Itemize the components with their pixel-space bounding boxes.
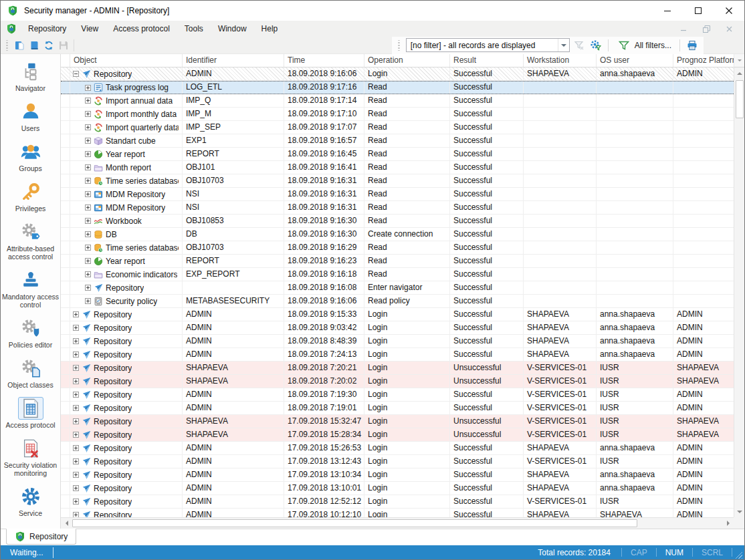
resize-grip[interactable] [734, 550, 742, 559]
expand-button[interactable] [85, 218, 91, 224]
expand-button[interactable] [85, 298, 91, 304]
refresh-icon[interactable] [41, 38, 56, 53]
expand-button[interactable] [73, 472, 79, 478]
table-row[interactable]: Repository18.09.2018 9:16:08Enter naviga… [61, 281, 734, 295]
expand-button[interactable] [85, 124, 91, 130]
vertical-scrollbar[interactable] [734, 67, 745, 517]
table-row[interactable]: MDM RepositoryNSI18.09.2018 9:16:31ReadS… [61, 188, 734, 201]
column-header-time[interactable]: Time [284, 54, 364, 67]
menu-repository[interactable]: Repository [21, 21, 74, 37]
expand-button[interactable] [85, 204, 91, 211]
maximize-button[interactable] [683, 1, 714, 21]
vertical-scroll-thumb[interactable] [736, 80, 744, 118]
table-row[interactable]: Year reportREPORT18.09.2018 9:16:45ReadS… [61, 148, 734, 161]
expand-button[interactable] [85, 285, 91, 291]
expand-button[interactable] [85, 111, 91, 117]
table-row[interactable]: Task progress logLOG_ETL18.09.2018 9:17:… [61, 81, 734, 94]
expand-button[interactable] [73, 405, 79, 411]
expand-button[interactable] [85, 271, 91, 277]
table-row[interactable]: Month reportOBJ10118.09.2018 9:16:41Read… [61, 161, 734, 174]
table-row[interactable]: RepositoryADMIN17.09.2018 13:10:34LoginS… [61, 468, 734, 482]
sidebar-item-privileges[interactable]: Privileges [1, 179, 60, 214]
column-header-operation[interactable]: Operation [364, 54, 450, 67]
table-row[interactable]: Standart cubeEXP118.09.2018 9:16:57ReadS… [61, 134, 734, 148]
expand-button[interactable] [85, 231, 91, 237]
mdi-minimize-button[interactable] [679, 24, 688, 33]
expand-button[interactable] [73, 512, 79, 517]
table-row[interactable]: Security policyMETABASESECURITY18.09.201… [61, 295, 734, 308]
table-row[interactable]: RepositorySHAPAEVA18.09.2018 7:20:21Logi… [61, 362, 734, 375]
sidebar-item-service[interactable]: Service [1, 484, 60, 519]
menu-view[interactable]: View [74, 21, 106, 37]
table-row[interactable]: RepositorySHAPAEVA17.09.2018 15:28:34Log… [61, 428, 734, 442]
table-row[interactable]: Import annual dataIMP_Q18.09.2018 9:17:1… [61, 94, 734, 108]
table-row[interactable]: Year reportREPORT18.09.2018 9:16:23ReadS… [61, 255, 734, 268]
expand-button[interactable] [73, 392, 79, 398]
expand-button[interactable] [73, 485, 79, 491]
sidebar-item-navigator[interactable]: Navigator [1, 59, 60, 94]
mdi-restore-button[interactable] [702, 24, 711, 33]
column-header-os-user[interactable]: OS user [597, 54, 673, 67]
close-button[interactable] [714, 1, 744, 21]
table-row[interactable]: RepositoryADMIN18.09.2018 7:24:13LoginSu… [61, 348, 734, 362]
table-row[interactable]: RepositoryADMIN17.09.2018 15:26:53LoginS… [61, 442, 734, 455]
expand-button[interactable] [73, 458, 79, 464]
toolbar-grip[interactable] [5, 40, 9, 51]
column-header-workstation[interactable]: Workstation [524, 54, 597, 67]
column-header-object[interactable]: Object [70, 54, 183, 67]
expand-button[interactable] [85, 245, 91, 251]
expand-button[interactable] [73, 378, 79, 384]
expand-button[interactable] [85, 151, 91, 157]
table-row[interactable]: Economic indicatorsEXP_REPORT18.09.2018 … [61, 268, 734, 281]
expand-button[interactable] [85, 178, 91, 184]
table-row[interactable]: MDM RepositoryNSI18.09.2018 9:16:31ReadS… [61, 201, 734, 215]
sidebar-item-access-protocol[interactable]: Access protocol [1, 396, 60, 430]
table-row[interactable]: Import quarterly dataIMP_SEP18.09.2018 9… [61, 121, 734, 134]
filter-combobox[interactable]: [no filter] - all records are displayed [406, 38, 570, 52]
column-header-identifier[interactable]: Identifier [183, 54, 284, 67]
table-row[interactable]: Time series databaseOBJ1070318.09.2018 9… [61, 174, 734, 188]
table-row[interactable]: RepositoryADMIN17.09.2018 13:12:43LoginS… [61, 455, 734, 468]
table-row[interactable]: RepositoryADMIN18.09.2018 9:03:42LoginSu… [61, 321, 734, 335]
column-options-button[interactable] [734, 54, 745, 67]
table-row[interactable]: RepositoryADMIN18.09.2018 7:19:01LoginSu… [61, 402, 734, 415]
chevron-down-icon[interactable] [558, 39, 569, 51]
horizontal-scrollbar[interactable] [61, 517, 734, 529]
scroll-left-icon[interactable] [61, 518, 72, 529]
menu-help[interactable]: Help [254, 21, 286, 37]
sidebar-item-policies-editor[interactable]: Policies editor [1, 315, 60, 350]
sidebar-item-users[interactable]: Users [1, 99, 60, 134]
table-row[interactable]: Import monthly dataIMP_M18.09.2018 9:17:… [61, 108, 734, 121]
minimize-button[interactable] [652, 1, 683, 21]
expand-button[interactable] [73, 311, 79, 317]
expand-button[interactable] [85, 98, 91, 104]
scroll-up-icon[interactable] [734, 67, 745, 79]
table-row[interactable]: RepositoryADMIN17.09.2018 13:10:01LoginS… [61, 482, 734, 495]
column-header-result[interactable]: Result [450, 54, 524, 67]
menu-window[interactable]: Window [211, 21, 254, 37]
book-icon[interactable] [27, 38, 41, 53]
expand-button[interactable] [85, 258, 91, 264]
table-row[interactable]: RepositoryADMIN17.09.2018 10:12:10LoginS… [61, 509, 734, 517]
sidebar-item-object-classes[interactable]: Object classes [1, 356, 60, 390]
table-row[interactable]: Time series databaseOBJ1070318.09.2018 9… [61, 241, 734, 255]
scroll-down-icon[interactable] [734, 506, 745, 517]
sidebar-item-groups[interactable]: Groups [1, 139, 60, 174]
expand-button[interactable] [85, 138, 91, 144]
expand-button[interactable] [85, 85, 91, 91]
horizontal-scroll-thumb[interactable] [72, 519, 637, 527]
table-row[interactable]: RepositoryADMIN18.09.2018 7:19:30LoginSu… [61, 388, 734, 402]
menu-access-protocol[interactable]: Access protocol [106, 21, 177, 37]
menu-tools[interactable]: Tools [177, 21, 211, 37]
sidebar-item-security-violation-monitoring[interactable]: Security violation monitoring [1, 436, 60, 478]
table-row[interactable]: RepositorySHAPAEVA18.09.2018 7:20:02Logi… [61, 375, 734, 388]
expand-button[interactable] [85, 164, 91, 170]
expand-button[interactable] [73, 418, 79, 424]
expand-button[interactable] [73, 352, 79, 358]
sidebar-item-mandatory-access-control[interactable]: Mandatory access control [1, 267, 60, 310]
copy-document-icon[interactable] [12, 38, 27, 53]
table-row[interactable]: DBDB18.09.2018 9:16:30Create connectionS… [61, 228, 734, 241]
print-icon[interactable] [685, 38, 700, 53]
scroll-right-icon[interactable] [722, 518, 734, 529]
collapse-button[interactable] [73, 71, 79, 77]
